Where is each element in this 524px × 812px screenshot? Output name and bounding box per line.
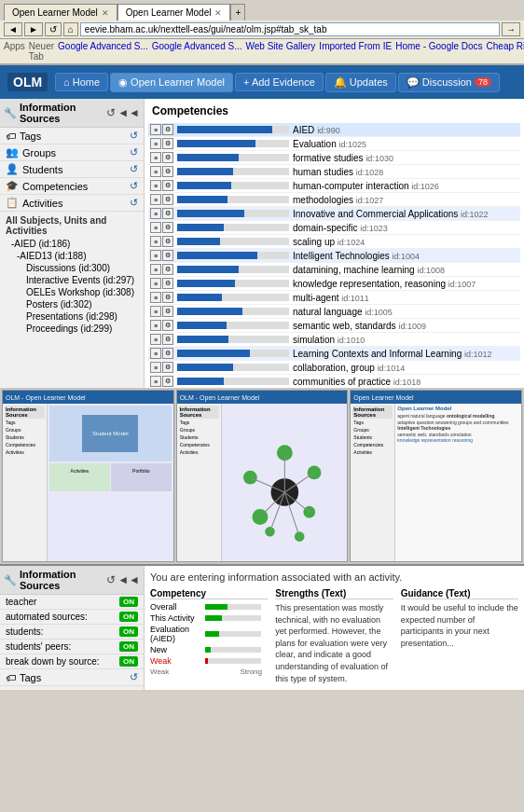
comp-settings-icon-com[interactable]: ⚙: [162, 376, 173, 387]
comp-settings-icon-ma[interactable]: ⚙: [162, 292, 173, 303]
comp-settings-icon-sw[interactable]: ⚙: [162, 320, 173, 331]
rewind-btn[interactable]: ◄◄: [117, 106, 140, 119]
comp-list-icon-col[interactable]: ≡: [150, 362, 161, 373]
tab-2[interactable]: Open Learner Model ✕: [117, 4, 231, 21]
tree-item-presentations[interactable]: Presentations (id:298): [0, 310, 144, 323]
bookmark-6[interactable]: Cheap Rights from...: [487, 41, 524, 62]
tree-item-discussions[interactable]: Discussions (id:300): [0, 262, 144, 274]
comp-settings-icon-nl[interactable]: ⚙: [162, 306, 173, 317]
comp-list-icon-lc[interactable]: ≡: [150, 348, 161, 359]
activities-refresh-icon[interactable]: ↺: [130, 197, 138, 209]
bookmark-4[interactable]: Imported From IE: [319, 41, 392, 62]
breakdown-toggle[interactable]: ON: [119, 656, 138, 667]
tree-item-oeles[interactable]: OELEs Workshop (id:308): [0, 286, 144, 298]
home-nav-btn[interactable]: ⌂ Home: [55, 73, 108, 91]
discussion-btn[interactable]: 💬 Discussion 78: [398, 73, 500, 92]
tree-item-aied[interactable]: -AIED (id:186): [0, 238, 144, 250]
comp-list-icon-formative[interactable]: ≡: [150, 152, 161, 163]
peers-toggle[interactable]: ON: [119, 641, 138, 652]
comp-list-icon-scl[interactable]: ≡: [150, 236, 161, 247]
sidebar-item-students[interactable]: 👤 Students ↺: [0, 161, 144, 178]
comp-settings-icon-dom[interactable]: ⚙: [162, 222, 173, 233]
comp-settings-icon-kr[interactable]: ⚙: [162, 278, 173, 289]
back-button[interactable]: ◄: [4, 22, 22, 36]
comp-settings-icon-dm[interactable]: ⚙: [162, 264, 173, 275]
sidebar-item-groups-left: 👥 Groups: [6, 146, 56, 158]
comp-name-nl: natural language id:1005: [293, 307, 518, 317]
neuer-tab-bookmark[interactable]: Neuer Tab: [29, 41, 54, 62]
comp-settings-icon-lc[interactable]: ⚙: [162, 348, 173, 359]
new-tab-button[interactable]: +: [230, 4, 245, 21]
comp-settings-icon-sim[interactable]: ⚙: [162, 334, 173, 345]
home-nav-button[interactable]: ⌂: [63, 22, 78, 36]
groups-refresh-icon[interactable]: ↺: [130, 146, 138, 158]
sidebar-item-activities[interactable]: 📋 Activities ↺: [0, 195, 144, 212]
comp-settings-icon-scl[interactable]: ⚙: [162, 236, 173, 247]
comp-list-icon-dom[interactable]: ≡: [150, 222, 161, 233]
comp-settings-icon-eval[interactable]: ⚙: [162, 138, 173, 149]
comp-list-icon-hci[interactable]: ≡: [150, 180, 161, 191]
updates-btn[interactable]: 🔔 Updates: [325, 73, 396, 92]
comp-list-icon-kr[interactable]: ≡: [150, 278, 161, 289]
comp-row-collab: ≡⚙ collaboration, group id:1014: [148, 361, 520, 375]
screenshot-thumb-2[interactable]: OLM - Open Learner Model Information Sou…: [176, 390, 349, 562]
screenshot-thumb-3[interactable]: Open Learner Model Information Sources T…: [350, 390, 522, 562]
go-button[interactable]: →: [502, 22, 520, 36]
add-evidence-btn[interactable]: + Add Evidence: [235, 73, 324, 91]
tab-1-close[interactable]: ✕: [102, 8, 109, 18]
bell-icon: 🔔: [334, 76, 347, 89]
comp-list-icon-sw[interactable]: ≡: [150, 320, 161, 331]
comp-list-icon-hs[interactable]: ≡: [150, 166, 161, 177]
sidebar-item-groups[interactable]: 👥 Groups ↺: [0, 145, 144, 161]
comp-settings-icon-formative[interactable]: ⚙: [162, 152, 173, 163]
students-refresh-icon[interactable]: ↺: [130, 163, 138, 175]
screenshot-thumb-1[interactable]: OLM - Open Learner Model Information Sou…: [2, 390, 174, 562]
tree-item-interactive-events[interactable]: Interactive Events (id:297): [0, 274, 144, 286]
teacher-toggle[interactable]: ON: [119, 597, 138, 607]
comp-list-icon[interactable]: ≡: [150, 124, 161, 135]
open-learner-model-btn[interactable]: ◉ Open Learner Model: [110, 73, 233, 92]
comp-settings-icon[interactable]: ⚙: [162, 124, 173, 135]
sidebar-item-competencies[interactable]: 🎓 Competencies ↺: [0, 178, 144, 195]
bookmark-5[interactable]: Home - Google Docs: [395, 41, 482, 62]
comp-list-icon-meth[interactable]: ≡: [150, 194, 161, 205]
bookmark-1[interactable]: Google Advanced S...: [58, 41, 148, 62]
comp-settings-icon-hs[interactable]: ⚙: [162, 166, 173, 177]
bottom-tags-item[interactable]: 🏷 Tags ↺: [0, 669, 144, 686]
tab-1[interactable]: Open Learner Model ✕: [4, 4, 117, 21]
automated-toggle[interactable]: ON: [119, 612, 138, 622]
comp-list-icon-dm[interactable]: ≡: [150, 264, 161, 275]
comp-bar-fill-dm: [177, 266, 239, 273]
comp-settings-icon-col[interactable]: ⚙: [162, 362, 173, 373]
refresh-all-btn[interactable]: ↺: [106, 106, 116, 119]
comp-list-icon-eval[interactable]: ≡: [150, 138, 161, 149]
sidebar-item-tags[interactable]: 🏷 Tags ↺: [0, 128, 144, 145]
comp-list-icon-int[interactable]: ≡: [150, 250, 161, 261]
comp-settings-icon-inn[interactable]: ⚙: [162, 208, 173, 219]
tree-item-proceedings[interactable]: Proceedings (id:299): [0, 323, 144, 335]
refresh-nav-button[interactable]: ↺: [45, 22, 62, 36]
forward-button[interactable]: ►: [24, 22, 43, 36]
comp-list-icon-sim[interactable]: ≡: [150, 334, 161, 345]
bottom-tags-refresh[interactable]: ↺: [130, 671, 138, 683]
comp-settings-icon-meth[interactable]: ⚙: [162, 194, 173, 205]
competencies-refresh-icon[interactable]: ↺: [130, 180, 138, 192]
comp-list-icon-ma[interactable]: ≡: [150, 292, 161, 303]
address-input[interactable]: [80, 22, 500, 36]
bookmark-3[interactable]: Web Site Gallery: [246, 41, 316, 62]
tags-refresh-icon[interactable]: ↺: [130, 130, 138, 142]
tree-item-posters[interactable]: Posters (id:302): [0, 298, 144, 310]
comp-list-icon-inn[interactable]: ≡: [150, 208, 161, 219]
bottom-rewind-btn[interactable]: ◄◄: [117, 573, 140, 586]
comp-settings-icon-hci[interactable]: ⚙: [162, 180, 173, 191]
comp-bar-fill-col: [177, 364, 233, 371]
bottom-refresh-btn[interactable]: ↺: [106, 573, 116, 586]
comp-list-icon-nl[interactable]: ≡: [150, 306, 161, 317]
comp-settings-icon-int[interactable]: ⚙: [162, 250, 173, 261]
apps-bookmark[interactable]: Apps: [4, 41, 25, 62]
students-toggle[interactable]: ON: [119, 626, 138, 637]
comp-list-icon-com[interactable]: ≡: [150, 376, 161, 387]
bookmark-2[interactable]: Google Advanced S...: [152, 41, 242, 62]
tab-2-close[interactable]: ✕: [214, 8, 222, 18]
tree-item-aied13[interactable]: -AIED13 (id:188): [0, 250, 144, 262]
